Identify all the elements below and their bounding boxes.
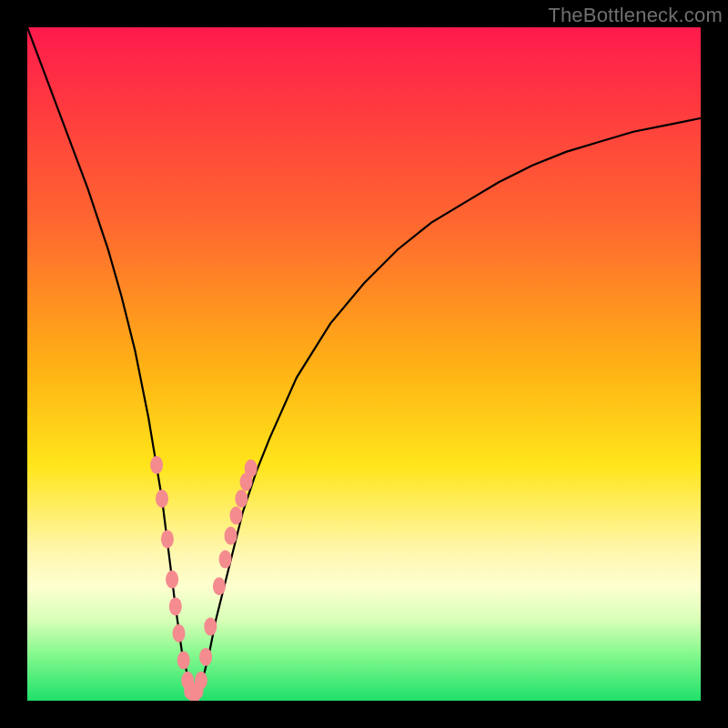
watermark-text: TheBottleneck.com <box>548 4 723 27</box>
marker-point <box>245 460 258 478</box>
marker-point <box>173 624 186 642</box>
marker-point <box>161 530 174 548</box>
chart-frame: TheBottleneck.com <box>0 0 728 728</box>
marker-point <box>169 597 182 615</box>
marker-point <box>204 618 217 636</box>
marker-point <box>235 490 248 508</box>
marker-point <box>224 527 237 545</box>
bottleneck-curve-path <box>27 27 701 694</box>
marker-group <box>150 456 258 701</box>
marker-point <box>166 571 178 589</box>
marker-point <box>156 490 168 508</box>
plot-area <box>27 27 701 701</box>
marker-point <box>213 577 226 595</box>
bottleneck-curve-svg <box>27 27 701 701</box>
marker-point <box>177 652 190 670</box>
marker-point <box>219 551 232 569</box>
marker-point <box>150 456 163 474</box>
marker-point <box>199 648 212 666</box>
marker-point <box>229 507 242 525</box>
marker-point <box>195 672 207 690</box>
